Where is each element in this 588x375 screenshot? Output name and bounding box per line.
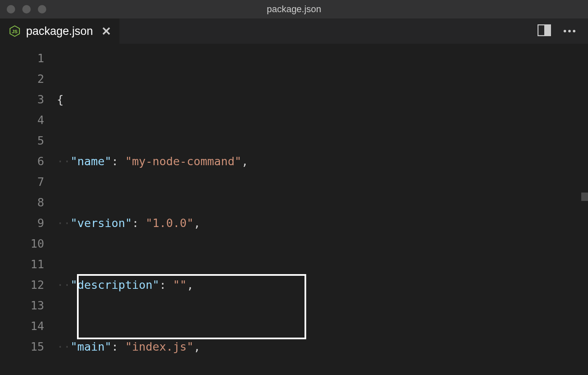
code-line: ··"name": "my-node-command", xyxy=(57,151,588,172)
line-number: 14 xyxy=(0,316,44,336)
line-number: 3 xyxy=(0,89,44,110)
gutter: 1 2 3 4 5 6 7 8 9 10 11 12 13 14 15 xyxy=(0,44,57,375)
svg-rect-2 xyxy=(544,25,551,36)
code-line: ··"description": "", xyxy=(57,275,588,295)
minimize-window-button[interactable] xyxy=(22,5,31,13)
tabs-container: JS package.json ✕ xyxy=(0,18,119,44)
line-number: 2 xyxy=(0,69,44,89)
code-area[interactable]: { ··"name": "my-node-command", ··"versio… xyxy=(57,44,588,375)
close-tab-icon[interactable]: ✕ xyxy=(101,24,111,38)
line-number: 5 xyxy=(0,130,44,151)
line-number: 15 xyxy=(0,336,44,357)
tab-actions xyxy=(538,24,588,38)
code-line: ··"main": "index.js", xyxy=(57,336,588,357)
code-line: ··"version": "1.0.0", xyxy=(57,213,588,233)
nodejs-icon: JS xyxy=(8,25,21,37)
tab-label: package.json xyxy=(26,25,93,38)
svg-text:JS: JS xyxy=(12,29,18,34)
traffic-lights xyxy=(7,5,46,13)
line-number: 4 xyxy=(0,110,44,130)
titlebar: package.json xyxy=(0,0,588,18)
line-number: 10 xyxy=(0,233,44,254)
more-actions-icon[interactable] xyxy=(564,30,575,32)
line-number: 9 xyxy=(0,213,44,233)
line-number: 13 xyxy=(0,295,44,316)
line-number: 1 xyxy=(0,48,44,69)
scrollbar-thumb[interactable] xyxy=(581,193,588,201)
line-number: 8 xyxy=(0,192,44,213)
tab-package-json[interactable]: JS package.json ✕ xyxy=(0,18,119,44)
tab-bar: JS package.json ✕ xyxy=(0,18,588,44)
line-number: 6 xyxy=(0,151,44,172)
maximize-window-button[interactable] xyxy=(38,5,46,13)
window-title: package.json xyxy=(267,4,321,15)
editor[interactable]: 1 2 3 4 5 6 7 8 9 10 11 12 13 14 15 { ··… xyxy=(0,44,588,375)
split-editor-icon[interactable] xyxy=(538,24,551,38)
line-number: 11 xyxy=(0,254,44,275)
code-line: { xyxy=(57,89,588,110)
line-number: 7 xyxy=(0,172,44,192)
close-window-button[interactable] xyxy=(7,5,15,13)
line-number: 12 xyxy=(0,275,44,295)
